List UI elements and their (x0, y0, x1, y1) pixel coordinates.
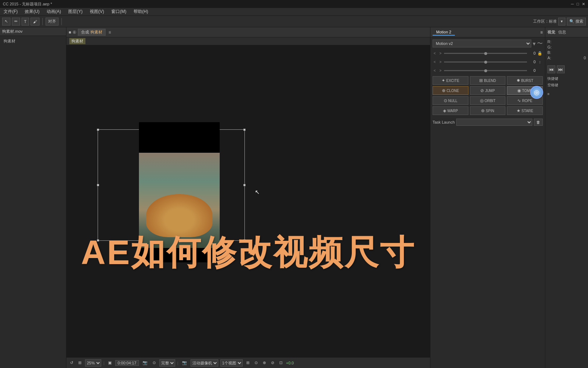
tool-select[interactable]: ↖ (2, 18, 10, 26)
slider3-left[interactable]: < (433, 69, 437, 73)
search-btn[interactable]: 🔍 搜索 (567, 18, 586, 26)
slider1-right[interactable]: > (438, 51, 443, 55)
preset-expand[interactable]: ▾ (533, 40, 536, 47)
camera-select[interactable]: 活动摄像机 (191, 359, 218, 367)
handle-tr[interactable] (243, 129, 246, 131)
btn-blend[interactable]: ⊞ BLEND (470, 76, 506, 85)
slider-row-3: < > 0 (433, 67, 543, 74)
btn-warp[interactable]: ◈ WARP (433, 106, 468, 115)
slider1-icon: 🔒 (537, 51, 543, 56)
handle-br[interactable] (243, 239, 246, 242)
btn-spin[interactable]: ⊛ SPIN (470, 106, 506, 115)
null-label: NULL (448, 99, 458, 103)
info-panel: 视觉 信息 R: G: B: A: 0 ⏮ ⏭ (545, 27, 588, 368)
align-label: 对齐 (46, 18, 59, 26)
comp-tab-name: 狗素材 (90, 29, 102, 35)
quality-select[interactable]: 完整 (159, 359, 175, 367)
btn-burst[interactable]: ✸ BURST (507, 76, 543, 85)
viewer-3d[interactable]: ⊞ (245, 360, 251, 365)
zoom-select[interactable]: 25% (85, 359, 101, 367)
comp-tab-menu[interactable]: ≡ (108, 30, 111, 35)
right-nav-btns: ⏮ ⏭ 快捷键 空格键 ≡ (545, 63, 588, 98)
viewer-grid[interactable]: ⊞ (77, 360, 83, 365)
viewer-reset[interactable]: ↺ (69, 360, 75, 365)
slider1-left[interactable]: < (433, 51, 437, 55)
nav-row-1: ⏮ ⏭ (547, 65, 586, 73)
timecode: 0:00:04:17 (115, 360, 139, 366)
menu-effects[interactable]: 效果(U) (23, 9, 41, 15)
btn-stare[interactable]: ★ STARE (507, 106, 543, 115)
project-item[interactable]: 狗素材 (1, 37, 65, 45)
handle-tl[interactable] (97, 129, 99, 131)
sliders-container: < > 0 🔒 < > 0 ↕ (433, 50, 543, 74)
motion2-panel: Motion 2 ≡ Motion v2 ▾ 〜 < > (430, 27, 545, 368)
btn-jump[interactable]: ⊘ JUMP (470, 86, 506, 95)
slider3-track[interactable] (444, 70, 527, 71)
tab-visual[interactable]: 视觉 (547, 29, 555, 35)
workspace-dropdown[interactable]: ▾ (558, 18, 565, 26)
handle-rm[interactable] (243, 184, 246, 186)
tool-pen[interactable]: ✏ (12, 18, 20, 26)
btn-excite[interactable]: ✦ EXCITE (433, 76, 468, 85)
tab-info[interactable]: 信息 (558, 29, 566, 35)
menu-window[interactable]: 窗口(M) (110, 9, 128, 15)
preview-container: AE如何修改视频尺寸 ↖ (80, 122, 417, 280)
title-text: CC 2015 - 无标题项目.aep * (3, 1, 52, 7)
viewer-play-frame[interactable]: ▣ (107, 360, 113, 365)
comp-viewer[interactable]: AE如何修改视频尺寸 ↖ (66, 45, 430, 357)
viewer-pixel[interactable]: ⊕ (261, 360, 267, 365)
tool-brush[interactable]: 🖌 (31, 18, 39, 26)
slider1-thumb (484, 52, 487, 55)
maximize-icon[interactable]: □ (577, 2, 579, 6)
info-b-label: B: (547, 50, 551, 55)
handle-lm[interactable] (97, 184, 99, 186)
slider-row-2: < > 0 ↕ (433, 58, 543, 65)
btn-null[interactable]: ⊙ NULL (433, 96, 468, 105)
viewer-guide[interactable]: ⊘ (270, 360, 276, 365)
close-icon[interactable]: ✕ (582, 2, 585, 6)
task-delete-btn[interactable]: 🗑 (534, 119, 543, 126)
sep2 (61, 18, 62, 25)
slider1-track[interactable] (444, 53, 527, 54)
nav-forward[interactable]: ⏭ (557, 65, 565, 73)
slider2-left[interactable]: < (433, 60, 437, 64)
info-row-a: A: 0 (547, 56, 586, 60)
viewer-camera[interactable]: 📷 (141, 360, 149, 365)
nav-back[interactable]: ⏮ (547, 65, 555, 73)
tome-icon: ◉ (517, 88, 521, 93)
menu-file[interactable]: 文件(F) (2, 9, 19, 15)
motion2-menu-icon[interactable]: ≡ (540, 30, 543, 35)
sep2: | (177, 361, 178, 365)
sep1 (42, 18, 43, 25)
viewer-snapshot[interactable]: 📷 (181, 360, 188, 365)
minimize-icon[interactable]: ─ (571, 2, 574, 6)
tool-text[interactable]: T (22, 18, 29, 26)
motion2-tab[interactable]: Motion 2 (433, 29, 455, 36)
menu-animation[interactable]: 动画(A) (45, 9, 62, 15)
stare-label: STARE (522, 109, 533, 113)
cursor-icon: ↖ (255, 189, 260, 196)
slider1-value: 0 (528, 51, 536, 55)
viewer-trans[interactable]: ⊙ (253, 360, 259, 365)
viewer-target[interactable]: ⊙ (151, 360, 157, 365)
viewer-color[interactable]: ⊡ (278, 360, 284, 365)
handle-bl[interactable] (97, 239, 99, 242)
views-select[interactable]: 1个视图 (220, 359, 243, 367)
task-select[interactable] (456, 119, 532, 126)
motion2-content: Motion v2 ▾ 〜 < > 0 🔒 (430, 37, 545, 128)
space-label: 空格键 (547, 83, 586, 88)
slider2-track[interactable] (444, 61, 527, 63)
btn-tome[interactable]: ◉ TOME ◎ (507, 86, 543, 95)
preset-select[interactable]: Motion v2 (433, 40, 531, 47)
menu-help[interactable]: 帮助(H) (132, 9, 150, 15)
btn-clone[interactable]: ⊕ CLONE (433, 86, 468, 95)
info-row-r: R: (547, 40, 586, 44)
comp-tab-main[interactable]: 合成 狗素材 (78, 29, 106, 36)
jump-label: JUMP (485, 89, 495, 93)
slider2-right[interactable]: > (438, 60, 443, 64)
slider3-right[interactable]: > (438, 69, 443, 73)
comp-tab-label: 合成 (81, 29, 89, 35)
btn-orbit[interactable]: ◎ ORBIT (470, 96, 506, 105)
menu-layer[interactable]: 图层(Y) (67, 9, 84, 15)
menu-view[interactable]: 视图(V) (88, 9, 106, 15)
